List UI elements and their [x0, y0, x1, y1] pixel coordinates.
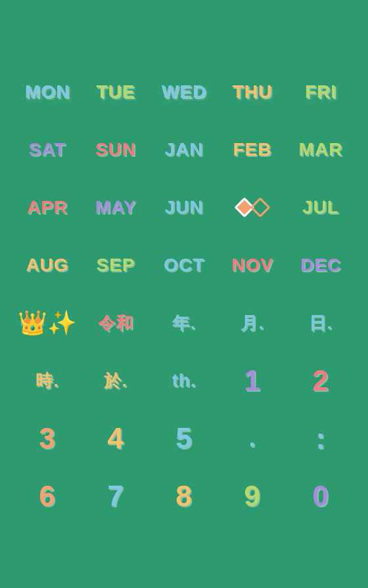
label-num9: 9 [244, 480, 260, 513]
cell-thu: THU [218, 66, 287, 118]
cell-reiwa: 令和 [81, 297, 150, 349]
cell-sat: SAT [13, 123, 81, 176]
label-may: MAY [95, 197, 137, 218]
cell-jul: JUL [287, 181, 355, 234]
cell-nen: 年. [150, 297, 218, 349]
cell-num7: 7 [81, 470, 150, 522]
label-aug: AUG [26, 255, 68, 276]
cell-may: MAY [81, 181, 150, 234]
label-num6: 6 [39, 480, 55, 513]
cell-num6: 6 [13, 470, 81, 522]
label-jul: JUL [302, 197, 339, 218]
cell-num5: 5 [150, 412, 218, 465]
label-dec: DEC [300, 255, 341, 276]
cell-colon: : [287, 412, 355, 465]
label-num0: 0 [312, 480, 329, 513]
cell-oct: OCT [150, 239, 218, 291]
cell-num1: 1 [218, 354, 287, 407]
cell-crown: 👑✨ [13, 297, 81, 349]
label-fri: FRI [305, 81, 336, 102]
label-tue: TUE [97, 81, 135, 102]
label-feb: FEB [233, 139, 272, 160]
label-jun: JUN [164, 197, 203, 218]
label-oct: OCT [164, 255, 204, 276]
label-nov: NOV [231, 255, 273, 276]
label-num8: 8 [175, 480, 192, 513]
label-thu: THU [233, 81, 273, 102]
label-toki: 時. [35, 369, 58, 392]
label-num3: 3 [39, 422, 55, 455]
cell-num0: 0 [287, 470, 355, 522]
cell-sep: SEP [81, 239, 150, 291]
cell-num2: 2 [287, 354, 355, 407]
cell-num4: 4 [81, 412, 150, 465]
cell-toki: 時. [13, 354, 81, 407]
label-jan: JAN [164, 139, 203, 160]
cell-th: th. [150, 354, 218, 407]
cell-nov: NOV [218, 239, 287, 291]
label-mon: MON [25, 81, 70, 102]
label-num1: 1 [244, 364, 260, 397]
label-sep: SEP [96, 255, 135, 276]
label-reiwa: 令和 [98, 312, 133, 335]
cell-num3: 3 [13, 412, 81, 465]
cell-tsuki: 月. [218, 297, 287, 349]
cell-num9: 9 [218, 470, 287, 522]
label-num2: 2 [312, 364, 329, 397]
cell-jun: JUN [150, 181, 218, 234]
cell-dec: DEC [287, 239, 355, 291]
cell-aug: AUG [13, 239, 81, 291]
label-oki: 於. [104, 369, 127, 392]
cell-mon: MON [13, 66, 81, 118]
crown-icon: 👑✨ [18, 309, 77, 337]
label-wed: WED [162, 81, 206, 102]
label-apr: APR [27, 197, 68, 218]
label-dot: . [248, 425, 256, 452]
label-colon: : [315, 422, 326, 455]
cell-wed: WED [150, 66, 218, 118]
cell-diamond [218, 181, 287, 234]
label-num4: 4 [107, 422, 124, 455]
cell-feb: FEB [218, 123, 287, 176]
label-sun: SUN [95, 139, 136, 160]
diamond-outline [250, 197, 270, 217]
label-mar: MAR [299, 139, 343, 160]
label-num5: 5 [175, 422, 192, 455]
label-num7: 7 [107, 480, 124, 513]
label-nen: 年. [172, 312, 195, 335]
label-nichi: 日. [309, 312, 332, 335]
cell-jan: JAN [150, 123, 218, 176]
cell-apr: APR [13, 181, 81, 234]
label-tsuki: 月. [241, 312, 264, 335]
cell-nichi: 日. [287, 297, 355, 349]
label-sat: SAT [29, 139, 66, 160]
cell-tue: TUE [81, 66, 150, 118]
label-th: th. [172, 370, 196, 391]
main-grid: MON TUE WED THU FRI SAT SUN JAN FEB MAR … [7, 59, 361, 529]
cell-mar: MAR [287, 123, 355, 176]
diamond-icon [237, 200, 267, 215]
cell-fri: FRI [287, 66, 355, 118]
cell-sun: SUN [81, 123, 150, 176]
cell-dot: . [218, 412, 287, 465]
cell-oki: 於. [81, 354, 150, 407]
cell-num8: 8 [150, 470, 218, 522]
